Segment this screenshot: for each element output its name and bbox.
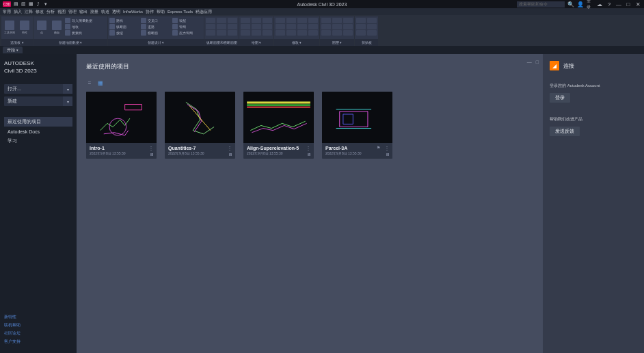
ribbon-button[interactable]: 工具空间 xyxy=(3,18,16,37)
ribbon-button[interactable] xyxy=(308,18,318,23)
close-icon[interactable]: ✕ xyxy=(634,1,641,8)
ribbon-button[interactable] xyxy=(252,18,261,23)
card-menu-icon[interactable]: ⋮ xyxy=(148,145,154,151)
ribbon-button[interactable] xyxy=(241,18,250,23)
ribbon-button[interactable] xyxy=(343,30,353,36)
recent-project-card[interactable]: Align-Superelevation-52022年9月8日 13:55:30… xyxy=(243,92,314,159)
ribbon-button[interactable] xyxy=(356,18,366,23)
ribbon-button[interactable] xyxy=(263,18,272,23)
menu-item[interactable]: 管理 xyxy=(68,9,77,15)
ribbon-button[interactable] xyxy=(206,18,215,23)
ribbon-button[interactable] xyxy=(252,24,261,29)
user-icon[interactable]: 👤 xyxy=(577,1,584,8)
recent-project-card[interactable]: Intro-12022年9月8日 13:55:30⋮🖥 xyxy=(86,92,157,159)
cloud-icon[interactable]: ☁ xyxy=(596,1,603,8)
ribbon-button[interactable] xyxy=(321,18,331,23)
menu-item[interactable]: 透明 xyxy=(112,9,120,15)
ribbon-button[interactable] xyxy=(321,24,331,29)
ribbon-button[interactable] xyxy=(332,30,342,36)
menu-item[interactable]: 分析 xyxy=(46,9,55,15)
ribbon-button[interactable] xyxy=(297,24,307,29)
menu-item[interactable]: 帮助 xyxy=(157,9,165,15)
ribbon-button[interactable] xyxy=(308,24,318,29)
grid-view-icon[interactable]: ▦ xyxy=(97,79,104,86)
ribbon-button[interactable] xyxy=(367,30,377,36)
qat-open-icon[interactable]: ▥ xyxy=(21,1,26,7)
ribbon-button[interactable] xyxy=(241,24,250,29)
ribbon-button[interactable]: 曲面 xyxy=(50,18,64,37)
feedback-button[interactable]: 发送反馈 xyxy=(550,127,580,136)
ribbon-button[interactable]: 导入测量数据 xyxy=(65,18,106,23)
recent-project-card[interactable]: Parcel-3A2022年9月8日 13:55:30⚑⋮🖥 xyxy=(322,92,392,159)
ribbon-button[interactable] xyxy=(343,18,353,23)
list-view-icon[interactable]: ≡ xyxy=(86,79,93,86)
ribbon-button[interactable] xyxy=(263,24,272,29)
menu-item[interactable]: 输出 xyxy=(79,9,88,15)
ribbon-button[interactable] xyxy=(286,30,296,36)
ribbon-button[interactable]: 压力管网 xyxy=(172,30,202,36)
ribbon-button[interactable] xyxy=(356,30,366,36)
sidebar-footer-link[interactable]: 联机帮助 xyxy=(4,322,72,328)
app-logo[interactable]: C3D xyxy=(3,1,11,7)
pane-maximize-icon[interactable]: □ xyxy=(536,60,539,64)
menu-item[interactable]: 视图 xyxy=(57,9,66,15)
menu-item[interactable]: 协作 xyxy=(146,9,154,15)
search-icon[interactable]: 🔍 xyxy=(567,1,574,8)
ribbon-button[interactable] xyxy=(297,18,307,23)
ribbon-button[interactable] xyxy=(217,18,226,23)
open-button[interactable]: 打开... ▾ xyxy=(4,84,72,94)
ribbon-button[interactable] xyxy=(276,18,285,23)
menu-item[interactable]: 修改 xyxy=(36,9,44,15)
sidebar-footer-link[interactable]: 社区论坛 xyxy=(4,330,72,337)
menu-item[interactable]: 插入 xyxy=(14,9,22,15)
pane-minimize-icon[interactable]: — xyxy=(527,60,532,64)
ribbon-button[interactable] xyxy=(276,24,285,29)
ribbon-button[interactable] xyxy=(367,24,377,29)
qat-save-icon[interactable]: ▦ xyxy=(28,1,33,7)
sidebar-nav-item[interactable]: Autodesk Docs xyxy=(4,127,72,136)
ribbon-button[interactable] xyxy=(252,30,261,36)
card-menu-icon[interactable]: ⋮ xyxy=(384,145,390,151)
menu-item[interactable]: Express Tools xyxy=(167,10,193,14)
login-label[interactable]: 登录 xyxy=(587,1,593,8)
menu-item[interactable]: 测量 xyxy=(90,9,98,15)
ribbon-button[interactable]: 路线 xyxy=(109,18,139,23)
ribbon-button[interactable]: 管网 xyxy=(172,24,202,29)
maximize-icon[interactable]: □ xyxy=(625,1,632,8)
new-dropdown-icon[interactable]: ▾ xyxy=(63,96,72,106)
ribbon-button[interactable]: 道路 xyxy=(141,24,171,29)
ribbon-button[interactable] xyxy=(343,24,353,29)
ribbon-button[interactable] xyxy=(332,18,342,23)
ribbon-button[interactable]: 横断面 xyxy=(141,30,171,36)
recent-project-card[interactable]: Quantities-72022年9月8日 13:55:30⋮🖥 xyxy=(165,92,235,159)
qat-new-icon[interactable]: ▤ xyxy=(13,1,18,7)
ribbon-button[interactable]: 装配 xyxy=(172,18,202,23)
ribbon-button[interactable] xyxy=(241,30,250,36)
sidebar-nav-item[interactable]: 学习 xyxy=(4,136,72,146)
ribbon-button[interactable] xyxy=(332,24,342,29)
ribbon-button[interactable]: 交叉口 xyxy=(141,18,171,23)
ribbon-button[interactable]: 放坡 xyxy=(109,30,139,36)
card-menu-icon[interactable]: ⋮ xyxy=(227,145,232,151)
ribbon-button[interactable] xyxy=(286,24,296,29)
help-search-input[interactable] xyxy=(517,1,565,8)
menu-item[interactable]: 轨道 xyxy=(101,9,109,15)
ribbon-button[interactable]: 地块 xyxy=(65,24,106,29)
ribbon-button[interactable]: 纵断面 xyxy=(109,24,139,29)
card-menu-icon[interactable]: ⋮ xyxy=(306,145,311,151)
ribbon-button[interactable] xyxy=(321,30,331,36)
minimize-icon[interactable]: — xyxy=(615,1,622,8)
new-button[interactable]: 新建 ▾ xyxy=(4,96,72,106)
ribbon-button[interactable] xyxy=(228,24,237,29)
menu-item[interactable]: InfraWorks xyxy=(123,10,143,14)
ribbon-button[interactable] xyxy=(228,30,237,36)
open-dropdown-icon[interactable]: ▾ xyxy=(63,84,72,94)
sidebar-footer-link[interactable]: 新特性 xyxy=(4,314,72,320)
ribbon-button[interactable] xyxy=(286,18,296,23)
qat-share-icon[interactable]: ⤴ xyxy=(36,1,41,7)
ribbon-button[interactable] xyxy=(228,18,237,23)
ribbon-button[interactable] xyxy=(308,30,318,36)
sidebar-nav-item[interactable]: 最近使用的项目 xyxy=(4,117,72,127)
ribbon-button[interactable] xyxy=(356,24,366,29)
qat-dropdown-icon[interactable]: ▾ xyxy=(43,1,49,7)
